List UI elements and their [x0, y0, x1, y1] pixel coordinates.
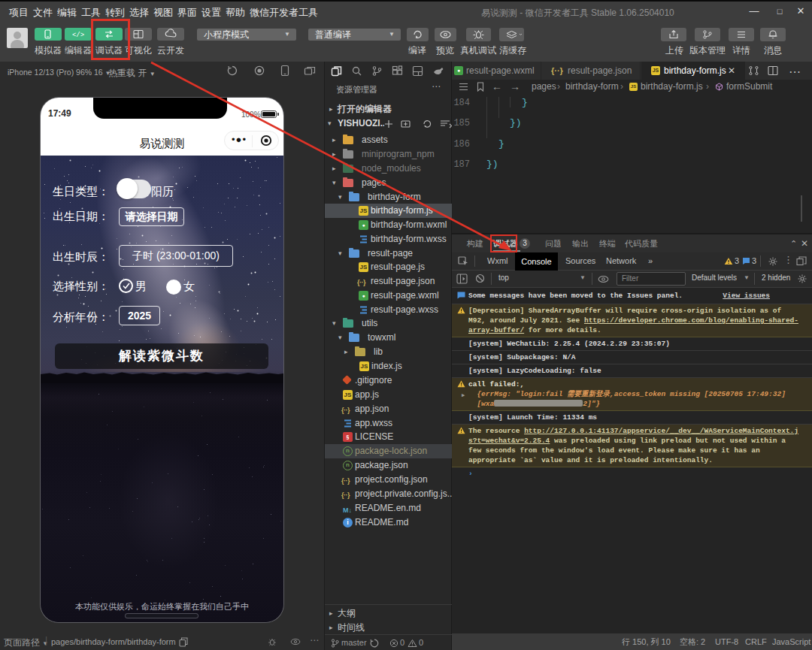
svg-text:</>: </> [72, 32, 84, 39]
